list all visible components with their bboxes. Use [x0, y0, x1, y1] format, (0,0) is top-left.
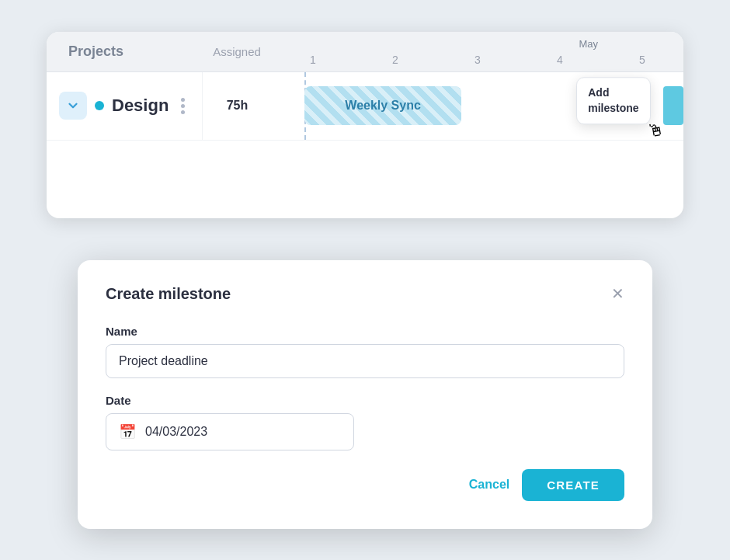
date-input-wrapper[interactable]: 📅 04/03/2023 — [106, 413, 354, 450]
modal-title: Create milestone — [106, 285, 231, 303]
gantt-header: Projects Assigned May 1 2 3 4 5 — [47, 32, 683, 72]
date-value: 04/03/2023 — [145, 425, 207, 439]
assigned-label: Assigned — [202, 45, 272, 58]
date-label: Date — [106, 394, 624, 407]
assigned-hours: 75h — [202, 72, 272, 140]
day-1: 1 — [272, 54, 354, 66]
create-milestone-modal: Create milestone ✕ Name Date 📅 04/03/202… — [78, 260, 652, 529]
chevron-down-icon — [66, 99, 80, 113]
more-options-button[interactable] — [178, 95, 188, 117]
create-button[interactable]: CREATE — [522, 469, 624, 501]
day-3: 3 — [436, 54, 519, 66]
dot — [181, 110, 185, 114]
dot — [181, 98, 185, 102]
projects-label: Projects — [47, 43, 202, 60]
date-field-group: Date 📅 04/03/2023 — [106, 394, 624, 450]
timeline-area: Weekly Sync Add milestone 🖱 — [272, 72, 683, 140]
tooltip-line2: milestone — [588, 102, 638, 114]
modal-header: Create milestone ✕ — [106, 285, 624, 303]
day-5: 5 — [601, 54, 683, 66]
gantt-panel: Projects Assigned May 1 2 3 4 5 — [47, 32, 683, 218]
status-dot — [95, 101, 104, 110]
task-bar[interactable]: Weekly Sync — [304, 86, 461, 125]
day-4: 4 — [519, 54, 601, 66]
tooltip-line1: Add — [588, 86, 609, 99]
month-label: May — [579, 38, 598, 50]
expand-button[interactable] — [59, 92, 87, 120]
name-input[interactable] — [106, 344, 624, 378]
gantt-day-header: May 1 2 3 4 5 — [272, 37, 683, 66]
add-milestone-tooltip[interactable]: Add milestone — [576, 77, 650, 124]
day-2: 2 — [354, 54, 436, 66]
task-bar-label: Weekly Sync — [345, 99, 421, 113]
modal-footer: Cancel CREATE — [106, 469, 624, 501]
cancel-button[interactable]: Cancel — [469, 478, 509, 492]
dot — [181, 104, 185, 108]
day-columns: 1 2 3 4 5 — [272, 40, 683, 66]
task-name: Design — [112, 96, 169, 116]
row-left: Design — [47, 92, 202, 120]
name-field-group: Name — [106, 325, 624, 378]
cursor-icon: 🖱 — [646, 119, 666, 141]
name-label: Name — [106, 325, 624, 338]
calendar-icon: 📅 — [119, 423, 136, 440]
modal-close-button[interactable]: ✕ — [611, 286, 624, 301]
gantt-row: Design 75h Weekly Sync Add milestone — [47, 72, 683, 141]
solid-bar — [663, 86, 684, 125]
